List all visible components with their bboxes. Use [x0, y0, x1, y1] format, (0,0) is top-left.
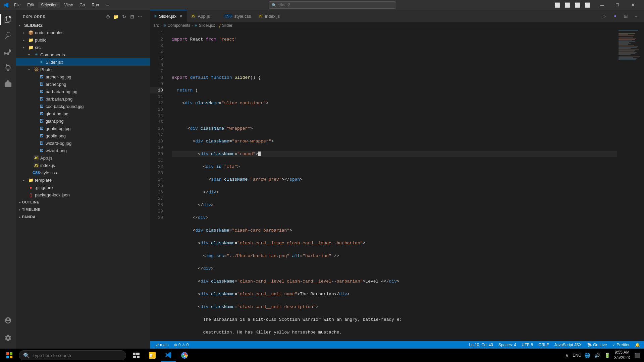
outline-label: OUTLINE — [22, 200, 40, 204]
tree-node-modules[interactable]: ▸ 📦 node_modules — [16, 29, 150, 36]
tab-app-js[interactable]: JS App.js — [187, 10, 221, 22]
tree-package-lock[interactable]: {}‌ package-lock.json — [16, 191, 150, 198]
notification-center[interactable]: ⬛ — [633, 351, 641, 360]
notifications-button[interactable]: 🔔 — [634, 341, 641, 349]
menu-file[interactable]: File — [11, 2, 23, 8]
tree-wizard[interactable]: 🖼 wizard.png — [16, 147, 150, 154]
activity-explorer[interactable] — [0, 11, 16, 27]
tree-giant-bg[interactable]: 🖼 giant-bg.jpg — [16, 110, 150, 117]
taskbar-search-input[interactable] — [33, 353, 122, 358]
more-actions-button[interactable]: ··· — [632, 11, 641, 21]
tray-clock[interactable]: 9:55 AM 3/5/2023 — [613, 350, 631, 360]
start-button[interactable] — [3, 349, 16, 362]
menu-edit[interactable]: Edit — [24, 2, 37, 8]
tab-slider-jsx[interactable]: ⚛ Slider.jsx ✕ — [150, 10, 187, 22]
tree-template[interactable]: ▸ 📁 template — [16, 176, 150, 184]
timeline-section[interactable]: ▸ TIMELINE — [16, 206, 150, 213]
panda-section[interactable]: ▸ PANDA — [16, 213, 150, 221]
folder-icon: 📦 — [28, 30, 34, 35]
new-file-icon[interactable]: ⊕ — [105, 13, 111, 20]
outline-section[interactable]: ▸ OUTLINE — [16, 198, 150, 206]
breadcrumb-src[interactable]: src — [154, 23, 159, 28]
tree-gitignore[interactable]: ● .gitignore — [16, 184, 150, 191]
image-icon: 🖼 — [39, 126, 44, 131]
tree-index-js[interactable]: JS index.js — [16, 162, 150, 169]
encoding[interactable]: UTF-8 — [520, 341, 534, 349]
menu-selection[interactable]: Selection — [38, 2, 60, 8]
refresh-icon[interactable]: ↻ — [121, 13, 127, 20]
tree-wizard-bg[interactable]: 🖼 wizard-bg.jpg — [16, 139, 150, 147]
tree-archer-bg[interactable]: 🖼 archer-bg.jpg — [16, 73, 150, 80]
maximize-button[interactable]: ❐ — [610, 0, 625, 10]
tree-photo[interactable]: ▾ 🖼 Photo — [16, 66, 150, 73]
copilot-button[interactable]: ✦ — [610, 11, 620, 21]
tree-coc-bg[interactable]: 🖼 coc-background.jpg — [16, 103, 150, 110]
code-area[interactable]: import React from 'react' export default… — [167, 29, 617, 341]
tab-style-css[interactable]: CSS style.css — [221, 10, 254, 22]
goblin-label: goblin.png — [46, 133, 66, 138]
split-editor-button[interactable]: ⊞ — [621, 11, 631, 21]
title-search-box[interactable]: 🔍 — [269, 1, 396, 9]
layout-custom-icon[interactable]: ⬜ — [583, 1, 592, 9]
volume-icon[interactable]: 🔊 — [593, 351, 601, 360]
indentation[interactable]: Spaces: 4 — [497, 341, 518, 349]
menu-more[interactable]: ··· — [103, 2, 112, 8]
battery-icon[interactable]: 🔋 — [603, 351, 611, 360]
activity-extensions[interactable] — [0, 76, 16, 92]
network-icon[interactable]: 🌐 — [583, 351, 591, 360]
activity-account[interactable] — [0, 312, 16, 328]
prettier-button[interactable]: ✓ Prettier — [611, 341, 631, 349]
panel-icon[interactable]: ⬜ — [573, 1, 582, 9]
tree-app-js[interactable]: JS App.js — [16, 154, 150, 162]
tree-root[interactable]: ▾ SLIDER2 — [16, 21, 150, 29]
taskbar-vscode-app[interactable] — [161, 349, 176, 362]
tree-src[interactable]: ▾ 📁 src — [16, 44, 150, 51]
keyboard-icon[interactable]: ENG — [573, 351, 581, 360]
show-hidden-icons[interactable]: ∧ — [562, 351, 571, 360]
tree-barbarian[interactable]: 🖼 barbarian.png — [16, 95, 150, 103]
tree-giant[interactable]: 🖼 giant.png — [16, 117, 150, 125]
taskbar-search-box[interactable]: 🔍 — [19, 350, 126, 360]
layout-icon[interactable]: ⬜ — [563, 1, 572, 9]
git-branch-status[interactable]: ⎇ main — [153, 341, 170, 349]
slider-jsx-label: Slider.jsx — [46, 60, 63, 65]
tree-goblin[interactable]: 🖼 goblin.png — [16, 132, 150, 139]
tree-goblin-bg[interactable]: 🖼 goblin-bg.jpg — [16, 125, 150, 132]
eol[interactable]: CRLF — [537, 341, 550, 349]
menu-bar: File Edit Selection View Go Run ··· — [11, 2, 112, 8]
minimize-button[interactable]: — — [594, 0, 610, 10]
menu-view[interactable]: View — [61, 2, 75, 8]
tab-close-button[interactable]: ✕ — [178, 13, 184, 19]
cursor-position[interactable]: Ln 10, Col 40 — [468, 341, 494, 349]
tree-slider-jsx[interactable]: ⚛ Slider.jsx — [16, 58, 150, 66]
tree-barbarian-bg[interactable]: 🖼 barbarian-bg.jpg — [16, 88, 150, 95]
more-options-icon[interactable]: ··· — [137, 13, 144, 20]
menu-go[interactable]: Go — [77, 2, 88, 8]
collapse-all-icon[interactable]: ⊟ — [129, 13, 136, 20]
breadcrumb-components[interactable]: ⚛ Components — [163, 23, 190, 28]
tree-public[interactable]: ▸ 📁 public — [16, 36, 150, 44]
activity-run-debug[interactable] — [0, 60, 16, 76]
menu-run[interactable]: Run — [89, 2, 102, 8]
tab-index-js[interactable]: JS index.js — [254, 10, 288, 22]
breadcrumb-slider-fn[interactable]: ƒ Slider — [219, 23, 232, 28]
breadcrumb-slider-jsx[interactable]: ⚛ Slider.jsx — [194, 23, 215, 28]
taskbar-task-view[interactable] — [129, 349, 144, 362]
new-folder-icon[interactable]: 📁 — [113, 13, 119, 20]
activity-settings[interactable] — [0, 330, 16, 346]
taskbar-chrome-app[interactable] — [177, 349, 192, 362]
tree-components[interactable]: ▾ ⚛ Components — [16, 51, 150, 58]
folder-icon: 📁 — [28, 45, 34, 50]
tree-style-css[interactable]: CSS style.css — [16, 169, 150, 176]
taskbar-explorer-app[interactable] — [145, 349, 160, 362]
run-code-button[interactable]: ▷ — [600, 11, 609, 21]
activity-search[interactable] — [0, 27, 16, 44]
tree-archer[interactable]: 🖼 archer.png — [16, 80, 150, 88]
sidebar-toggle-icon[interactable]: ⬜ — [553, 1, 561, 9]
activity-source-control[interactable] — [0, 44, 16, 60]
title-search-input[interactable] — [278, 3, 393, 7]
errors-status[interactable]: ⊗ 0 ⚠ 0 — [173, 341, 190, 349]
language-mode[interactable]: JavaScript JSX — [553, 341, 583, 349]
close-button[interactable]: ✕ — [625, 0, 641, 10]
go-live-button[interactable]: 📡 Go Live — [586, 341, 608, 349]
